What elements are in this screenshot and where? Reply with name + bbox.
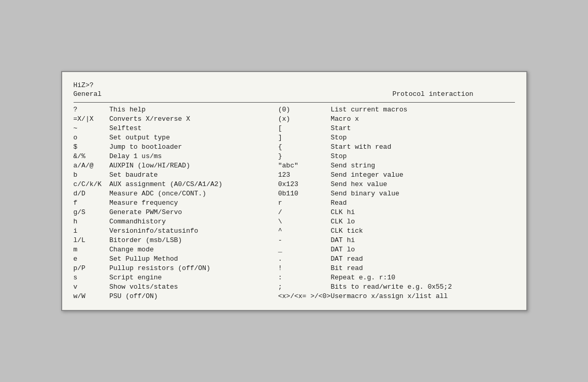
cmd-cell: w/W: [74, 291, 109, 301]
sym-cell: ;: [278, 282, 331, 291]
sym-cell: .: [278, 254, 331, 263]
pdesc-cell: DAT lo: [331, 245, 514, 254]
pdesc-cell: Send hex value: [331, 179, 514, 189]
cmd-cell: l/L: [74, 235, 109, 245]
pdesc-cell: CLK tick: [331, 226, 514, 235]
sym-cell: ]: [278, 133, 331, 142]
pdesc-cell: CLK hi: [331, 207, 514, 217]
cmd-cell: a/A/@: [74, 161, 109, 170]
cmd-cell: $: [74, 142, 109, 151]
cmd-cell: i: [74, 226, 109, 235]
table-row: l/LBitorder (msb/LSB)-DAT hi: [74, 235, 515, 245]
sym-cell: {: [278, 142, 331, 151]
desc-cell: This help: [109, 105, 268, 114]
cmd-cell: b: [74, 170, 109, 179]
desc-cell: Converts X/reverse X: [109, 114, 268, 123]
table-row: p/PPullup resistors (off/ON)!Bit read: [74, 263, 515, 273]
sym-cell: :: [278, 273, 331, 282]
cmd-cell: g/S: [74, 207, 109, 217]
pdesc-cell: Bit read: [331, 263, 514, 273]
pdesc-cell: DAT hi: [331, 235, 514, 245]
desc-cell: AUXPIN (low/HI/READ): [109, 161, 268, 170]
pdesc-cell: Bits to read/write e.g. 0x55;2: [331, 282, 514, 291]
prompt-line: HiZ>?: [74, 81, 515, 89]
desc-cell: AUX assignment (A0/CS/A1/A2): [109, 179, 268, 189]
desc-cell: Measure ADC (once/CONT.): [109, 189, 268, 198]
pdesc-cell: Stop: [331, 151, 514, 161]
cmd-cell: m: [74, 245, 109, 254]
cmd-cell: &/%: [74, 151, 109, 161]
terminal-window: HiZ>? General Protocol interaction ?This…: [61, 71, 527, 311]
desc-cell: PSU (off/ON): [109, 291, 268, 301]
sym-cell: "abc": [278, 161, 331, 170]
desc-cell: Set output type: [109, 133, 268, 142]
pdesc-cell: Read: [331, 198, 514, 207]
desc-cell: Commandhistory: [109, 217, 268, 226]
sym-cell: r: [278, 198, 331, 207]
table-row: mChange mode_DAT lo: [74, 245, 515, 254]
pdesc-cell: DAT read: [331, 254, 514, 263]
pdesc-cell: Usermacro x/assign x/list all: [331, 291, 514, 301]
cmd-cell: d/D: [74, 189, 109, 198]
cmd-cell: v: [74, 282, 109, 291]
table-row: g/SGenerate PWM/Servo/CLK hi: [74, 207, 515, 217]
sym-cell: (0): [278, 105, 331, 114]
table-row: a/A/@AUXPIN (low/HI/READ)"abc"Send strin…: [74, 161, 515, 170]
cmd-cell: s: [74, 273, 109, 282]
desc-cell: Pullup resistors (off/ON): [109, 263, 268, 273]
cmd-cell: e: [74, 254, 109, 263]
cmd-cell: c/C/k/K: [74, 179, 109, 189]
divider: [74, 102, 515, 103]
pdesc-cell: Macro x: [331, 114, 514, 123]
table-row: ?This help(0)List current macros: [74, 105, 515, 114]
pdesc-cell: Send binary value: [331, 189, 514, 198]
table-row: eSet Pullup Method.DAT read: [74, 254, 515, 263]
desc-cell: Set baudrate: [109, 170, 268, 179]
desc-cell: Delay 1 us/ms: [109, 151, 268, 161]
cmd-cell: ?: [74, 105, 109, 114]
desc-cell: Versioninfo/statusinfo: [109, 226, 268, 235]
pdesc-cell: Repeat e.g. r:10: [331, 273, 514, 282]
table-row: d/DMeasure ADC (once/CONT.)0b110Send bin…: [74, 189, 515, 198]
cmd-cell: o: [74, 133, 109, 142]
table-row: =X/|XConverts X/reverse X(x)Macro x: [74, 114, 515, 123]
desc-cell: Generate PWM/Servo: [109, 207, 268, 217]
desc-cell: Bitorder (msb/LSB): [109, 235, 268, 245]
sym-cell: ^: [278, 226, 331, 235]
cmd-cell: ~: [74, 123, 109, 133]
table-row: vShow volts/states;Bits to read/write e.…: [74, 282, 515, 291]
sym-cell: _: [278, 245, 331, 254]
table-row: hCommandhistory\CLK lo: [74, 217, 515, 226]
pdesc-cell: Start with read: [331, 142, 514, 151]
desc-cell: Change mode: [109, 245, 268, 254]
table-row: bSet baudrate123Send integer value: [74, 170, 515, 179]
pdesc-cell: Stop: [331, 133, 514, 142]
sym-cell: (x): [278, 114, 331, 123]
cmd-cell: f: [74, 198, 109, 207]
sym-cell: [: [278, 123, 331, 133]
help-table: ?This help(0)List current macros=X/|XCon…: [74, 105, 515, 301]
desc-cell: Selftest: [109, 123, 268, 133]
table-row: &/%Delay 1 us/ms}Stop: [74, 151, 515, 161]
table-row: ~Selftest[Start: [74, 123, 515, 133]
sym-cell: 123: [278, 170, 331, 179]
table-row: oSet output type]Stop: [74, 133, 515, 142]
protocol-label: Protocol interaction: [392, 90, 473, 98]
cmd-cell: p/P: [74, 263, 109, 273]
pdesc-cell: Start: [331, 123, 514, 133]
pdesc-cell: Send integer value: [331, 170, 514, 179]
sym-cell: !: [278, 263, 331, 273]
pdesc-cell: List current macros: [331, 105, 514, 114]
pdesc-cell: Send string: [331, 161, 514, 170]
sym-cell: 0x123: [278, 179, 331, 189]
table-row: c/C/k/KAUX assignment (A0/CS/A1/A2)0x123…: [74, 179, 515, 189]
desc-cell: Jump to bootloader: [109, 142, 268, 151]
desc-cell: Show volts/states: [109, 282, 268, 291]
sym-cell: }: [278, 151, 331, 161]
table-row: $Jump to bootloader{Start with read: [74, 142, 515, 151]
sym-cell: 0b110: [278, 189, 331, 198]
sym-cell: /: [278, 207, 331, 217]
desc-cell: Set Pullup Method: [109, 254, 268, 263]
desc-cell: Measure frequency: [109, 198, 268, 207]
cmd-cell: =X/|X: [74, 114, 109, 123]
